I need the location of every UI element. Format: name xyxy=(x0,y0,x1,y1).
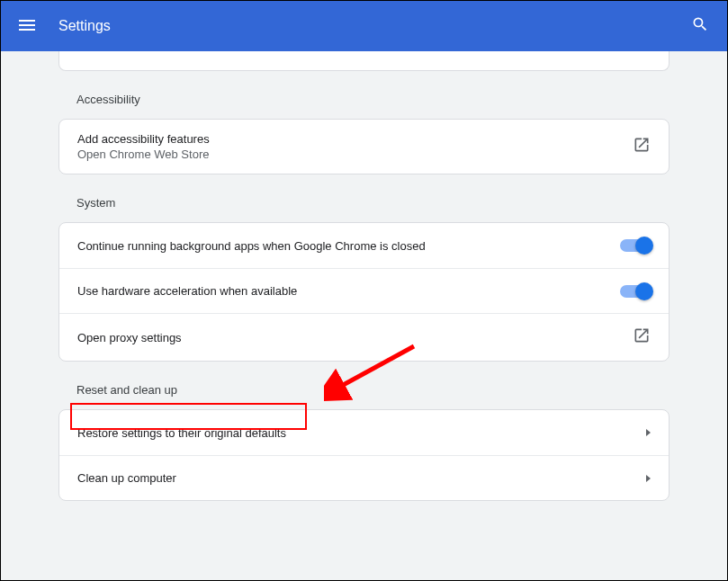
menu-icon[interactable] xyxy=(19,17,37,35)
row-cleanup-computer[interactable]: Clean up computer xyxy=(59,455,669,500)
section-title-system: System xyxy=(58,174,670,222)
section-accessibility: Accessibility Add accessibility features… xyxy=(58,71,670,174)
row-add-accessibility[interactable]: Add accessibility features Open Chrome W… xyxy=(59,120,669,174)
external-link-icon xyxy=(633,326,651,348)
row-label: Use hardware acceleration when available xyxy=(77,284,620,298)
row-label: Restore settings to their original defau… xyxy=(77,426,646,440)
toggle-hardware-accel[interactable] xyxy=(620,285,651,298)
page-title: Settings xyxy=(58,18,111,34)
section-system: System Continue running background apps … xyxy=(58,174,670,362)
row-restore-defaults[interactable]: Restore settings to their original defau… xyxy=(59,410,669,455)
search-icon[interactable] xyxy=(691,15,709,37)
row-background-apps[interactable]: Continue running background apps when Go… xyxy=(59,223,669,268)
row-text: Restore settings to their original defau… xyxy=(77,426,646,440)
row-hardware-accel[interactable]: Use hardware acceleration when available xyxy=(59,268,669,313)
row-text: Open proxy settings xyxy=(77,331,633,344)
row-text: Add accessibility features Open Chrome W… xyxy=(77,132,633,161)
card-accessibility: Add accessibility features Open Chrome W… xyxy=(58,119,670,174)
section-title-reset: Reset and clean up xyxy=(58,362,670,409)
chevron-right-icon xyxy=(646,429,651,436)
chevron-right-icon xyxy=(646,475,651,482)
row-proxy-settings[interactable]: Open proxy settings xyxy=(59,313,669,361)
row-text: Continue running background apps when Go… xyxy=(77,239,620,253)
card-reset: Restore settings to their original defau… xyxy=(58,409,670,501)
header-left: Settings xyxy=(19,17,111,35)
row-label: Clean up computer xyxy=(77,471,646,485)
content-area[interactable]: Accessibility Add accessibility features… xyxy=(1,51,727,580)
row-text: Clean up computer xyxy=(77,471,646,485)
previous-card-bottom xyxy=(58,51,670,71)
app-header: Settings xyxy=(1,1,727,51)
card-system: Continue running background apps when Go… xyxy=(58,222,670,362)
row-sublabel: Open Chrome Web Store xyxy=(77,147,633,161)
row-label: Add accessibility features xyxy=(77,132,633,146)
row-label: Continue running background apps when Go… xyxy=(77,239,620,253)
section-reset: Reset and clean up Restore settings to t… xyxy=(58,362,670,501)
row-text: Use hardware acceleration when available xyxy=(77,284,620,298)
external-link-icon xyxy=(633,136,651,157)
toggle-background-apps[interactable] xyxy=(620,239,651,252)
section-title-accessibility: Accessibility xyxy=(58,71,670,119)
row-label: Open proxy settings xyxy=(77,331,633,344)
